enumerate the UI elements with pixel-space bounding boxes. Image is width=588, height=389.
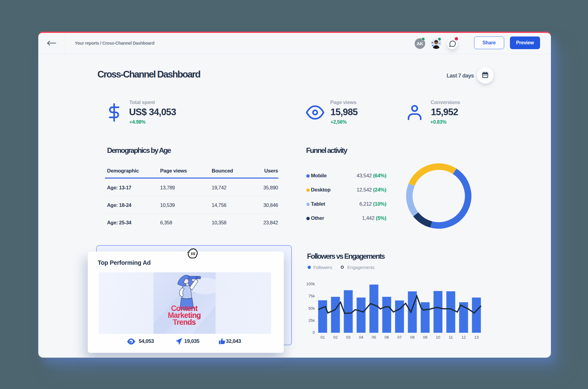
svg-text:08: 08 [410,335,415,340]
svg-text:25k: 25k [308,318,315,323]
svg-text:0: 0 [313,330,315,335]
svg-text:10: 10 [436,335,440,340]
svg-text:50k: 50k [308,306,315,311]
svg-text:09: 09 [423,335,428,340]
svg-text:04: 04 [359,335,363,340]
svg-text:05: 05 [372,335,376,340]
svg-text:Trends: Trends [173,318,196,326]
svg-text:13: 13 [474,335,479,340]
svg-text:75k: 75k [308,294,315,298]
svg-text:12: 12 [461,335,466,340]
svg-text:07: 07 [397,335,402,340]
svg-text:03: 03 [346,335,351,340]
svg-text:06: 06 [384,335,389,340]
svg-text:02: 02 [333,335,338,340]
svg-text:01: 01 [321,335,325,340]
svg-text:11: 11 [449,335,453,340]
svg-text:100k: 100k [306,282,315,286]
